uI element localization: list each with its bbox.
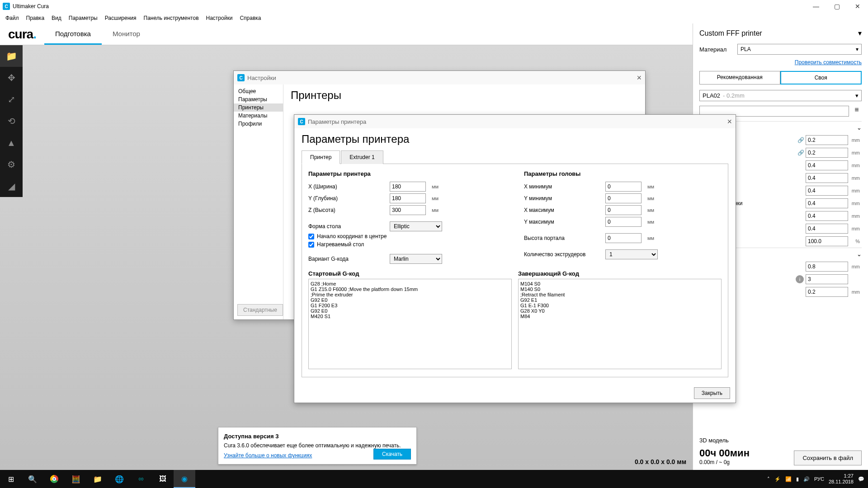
pref-profiles[interactable]: Профили: [234, 120, 283, 128]
heated-bed-checkbox[interactable]: [308, 242, 314, 248]
tab-custom[interactable]: Своя: [780, 71, 862, 84]
tab-extruder1[interactable]: Extruder 1: [341, 150, 383, 164]
clock[interactable]: 1:27 28.11.2018: [829, 473, 854, 485]
pref-printers[interactable]: Принтеры: [234, 103, 283, 112]
defaults-button[interactable]: Стандартные: [237, 304, 283, 316]
x-width-input[interactable]: [390, 182, 426, 192]
search-icon[interactable]: 🔍: [22, 470, 43, 488]
y-depth-input[interactable]: [390, 193, 426, 203]
printer-params-heading: Параметры принтера: [308, 170, 506, 177]
chevron-down-icon[interactable]: ▾: [858, 29, 862, 38]
ymax-input[interactable]: [605, 217, 642, 227]
move-icon[interactable]: ✥: [0, 67, 23, 89]
gantry-input[interactable]: [605, 233, 642, 243]
menu-icon[interactable]: ≡: [852, 106, 862, 117]
xmin-input[interactable]: [605, 182, 642, 192]
save-button[interactable]: Сохранить в файл: [794, 450, 862, 465]
bed-shape-select[interactable]: Elliptic: [390, 221, 442, 231]
close-button[interactable]: Закрыть: [694, 387, 730, 399]
download-button[interactable]: Скачать: [373, 449, 411, 460]
z-height-input[interactable]: [390, 205, 426, 215]
menubar: Файл Правка Вид Параметры Расширения Пан…: [0, 13, 868, 23]
start-gcode-textarea[interactable]: [308, 279, 512, 369]
pref-general[interactable]: Общее: [234, 87, 283, 95]
tab-recommended[interactable]: Рекомендованная: [699, 71, 780, 84]
setting-input[interactable]: [806, 198, 848, 208]
setting-input[interactable]: [806, 224, 848, 234]
close-icon[interactable]: ×: [637, 73, 642, 83]
photos-icon[interactable]: 🖼: [152, 470, 174, 488]
left-toolbar: 📁 ✥ ⤢ ⟲ ▲ ⚙ ◢: [0, 45, 23, 197]
browser2-icon[interactable]: 🌐: [108, 470, 130, 488]
setting-input[interactable]: [806, 236, 848, 246]
end-gcode-textarea[interactable]: [518, 279, 722, 369]
start-gcode-label: Стартовый G-код: [308, 270, 512, 277]
gcode-flavor-select[interactable]: Marlin: [390, 254, 442, 264]
dialog-app-icon: C: [298, 118, 305, 125]
menu-edit[interactable]: Правка: [23, 14, 48, 22]
permodel-icon[interactable]: ⚙: [0, 154, 23, 175]
setting-input[interactable]: [806, 135, 848, 145]
machine-heading: Параметры принтера: [302, 133, 728, 145]
tab-printer[interactable]: Принтер: [302, 150, 340, 164]
origin-center-checkbox[interactable]: [308, 234, 314, 239]
minimize-icon[interactable]: —: [806, 0, 826, 13]
info-icon[interactable]: i: [796, 275, 804, 283]
menu-help[interactable]: Справка: [236, 14, 264, 22]
printhead-heading: Параметры головы: [524, 170, 722, 177]
maximize-icon[interactable]: ▢: [826, 0, 847, 13]
setting-input[interactable]: [806, 160, 848, 170]
setting-input[interactable]: [806, 186, 848, 196]
window-titlebar: C Ultimaker Cura — ▢ ✕: [0, 0, 868, 13]
menu-toolbox[interactable]: Панель инструментов: [140, 14, 203, 22]
open-file-icon[interactable]: 📁: [0, 45, 23, 67]
volume-icon[interactable]: 🔊: [803, 476, 810, 482]
chrome-icon[interactable]: [43, 470, 65, 488]
check-compatibility-link[interactable]: Проверить совместимость: [699, 59, 862, 66]
setting-input[interactable]: [806, 173, 848, 183]
printer-name: Custom FFF printer: [699, 29, 762, 38]
cura-taskbar-icon[interactable]: ◉: [174, 470, 195, 488]
wifi-icon[interactable]: 📶: [785, 476, 792, 482]
support-icon[interactable]: ◢: [0, 175, 23, 197]
ymin-input[interactable]: [605, 193, 642, 203]
logo: cura.: [0, 27, 44, 42]
rotate-icon[interactable]: ⟲: [0, 110, 23, 132]
close-icon[interactable]: ×: [727, 117, 732, 127]
pref-settings[interactable]: Параметры: [234, 95, 283, 103]
menu-file[interactable]: Файл: [2, 14, 23, 22]
link-icon: 🔗: [797, 137, 806, 143]
setting-input[interactable]: [806, 148, 848, 158]
update-details-link[interactable]: Узнайте больше о новых функциях: [224, 452, 312, 459]
pref-materials[interactable]: Материалы: [234, 112, 283, 120]
extruder-count-select[interactable]: 1: [605, 249, 658, 259]
close-icon[interactable]: ✕: [847, 0, 868, 13]
menu-view[interactable]: Вид: [48, 14, 65, 22]
notifications-icon[interactable]: 💬: [858, 476, 864, 482]
menu-settings[interactable]: Параметры: [65, 14, 101, 22]
language-indicator[interactable]: РУС: [814, 476, 824, 482]
tab-prepare[interactable]: Подготовка: [44, 23, 102, 45]
profile-select[interactable]: PLA02- 0.2mm▾: [699, 90, 862, 101]
update-title: Доступна версия 3: [224, 433, 411, 440]
setting-input[interactable]: [806, 211, 848, 221]
model-dimensions: 0.0 x 0.0 x 0.0 мм: [635, 458, 686, 465]
menu-extensions[interactable]: Расширения: [101, 14, 140, 22]
calculator-icon[interactable]: 🧮: [65, 470, 87, 488]
taskbar: ⊞ 🔍 🧮 📁 🌐 ∞ 🖼 ◉ ˄ ⚡ 📶 ▮ 🔊 РУС 1:27 28.11…: [0, 470, 868, 488]
setting-input[interactable]: [806, 274, 848, 284]
start-button[interactable]: ⊞: [0, 470, 22, 488]
setting-input[interactable]: [806, 287, 848, 297]
menu-preferences[interactable]: Настройки: [203, 14, 236, 22]
arduino-icon[interactable]: ∞: [130, 470, 152, 488]
xmax-input[interactable]: [605, 205, 642, 215]
power-icon[interactable]: ⚡: [774, 476, 781, 482]
battery-icon[interactable]: ▮: [796, 476, 799, 482]
material-select[interactable]: PLA▾: [737, 44, 862, 55]
explorer-icon[interactable]: 📁: [87, 470, 108, 488]
mirror-icon[interactable]: ▲: [0, 132, 23, 154]
tray-up-icon[interactable]: ˄: [767, 476, 770, 482]
setting-input[interactable]: [806, 262, 848, 272]
scale-icon[interactable]: ⤢: [0, 89, 23, 110]
tab-monitor[interactable]: Монитор: [102, 23, 151, 45]
